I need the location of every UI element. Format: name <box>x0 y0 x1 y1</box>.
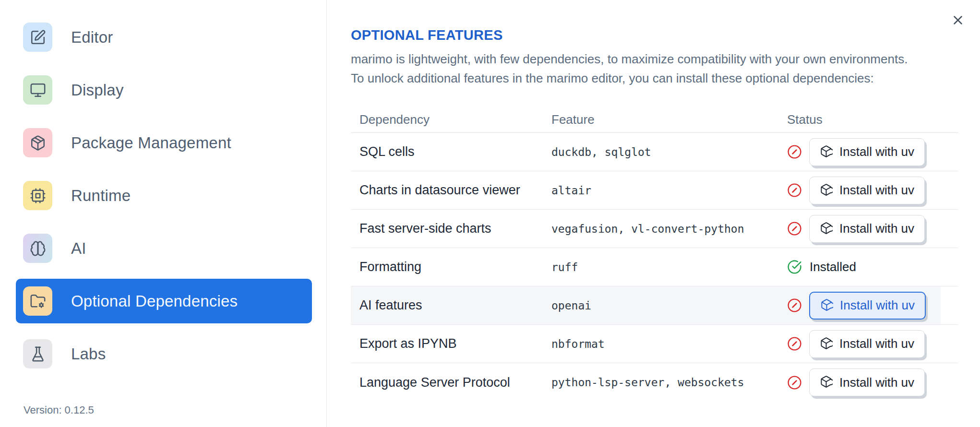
sidebar-item-label: Labs <box>71 345 106 363</box>
header-status: Status <box>787 112 958 127</box>
package-icon <box>23 128 52 157</box>
feature-cell: python-lsp-server, websockets <box>551 376 787 389</box>
dependency-cell: Fast server-side charts <box>359 221 551 236</box>
installed-icon <box>787 260 802 274</box>
package-box-icon <box>820 222 833 236</box>
sidebar-item-labs[interactable]: Labs <box>16 332 312 376</box>
not-installed-icon <box>787 375 802 390</box>
not-installed-icon <box>787 336 802 351</box>
install-with-uv-button[interactable]: Install with uv <box>809 177 925 204</box>
feature-cell: vegafusion, vl-convert-python <box>551 223 787 235</box>
sidebar-item-editor[interactable]: Editor <box>16 15 312 59</box>
description-line-1: marimo is lightweight, with few dependen… <box>351 49 908 69</box>
install-with-uv-button[interactable]: Install with uv <box>809 138 925 166</box>
dependency-cell: Language Server Protocol <box>359 375 551 390</box>
install-button-label: Install with uv <box>839 336 914 351</box>
not-installed-icon <box>787 144 802 159</box>
status-cell: Install with uv <box>787 138 958 166</box>
table-row: Formatting ruff Installed <box>351 248 958 286</box>
install-with-uv-button[interactable]: Install with uv <box>809 330 925 358</box>
table-row: AI features openai Install with uv <box>351 286 958 325</box>
package-box-icon <box>820 298 833 313</box>
sidebar-item-label: Display <box>71 81 124 99</box>
table-body: SQL cells duckdb, sqlglot Install with u… <box>351 133 958 402</box>
page-title: OPTIONAL FEATURES <box>351 27 503 43</box>
package-box-icon <box>820 337 833 351</box>
status-cell: Install with uv <box>787 368 958 396</box>
status-cell: Install with uv <box>787 292 958 320</box>
dependency-cell: Charts in datasource viewer <box>359 183 551 198</box>
dependency-cell: Export as IPYNB <box>359 336 551 351</box>
feature-cell: duckdb, sqlglot <box>551 146 787 158</box>
dependency-cell: Formatting <box>359 260 551 274</box>
status-cell: Install with uv <box>787 215 958 243</box>
not-installed-icon <box>787 298 802 313</box>
package-box-icon <box>820 183 833 198</box>
status-cell: Install with uv <box>787 177 958 204</box>
sidebar-item-label: AI <box>71 239 86 258</box>
cpu-icon <box>23 181 52 210</box>
feature-cell: nbformat <box>551 338 787 350</box>
close-button[interactable] <box>950 12 966 29</box>
sidebar-item-package-management[interactable]: Package Management <box>16 120 312 165</box>
install-with-uv-button[interactable]: Install with uv <box>809 368 925 396</box>
header-dependency: Dependency <box>359 112 551 127</box>
sidebar-item-ai[interactable]: AI <box>16 226 312 271</box>
brain-icon <box>23 234 52 263</box>
feature-cell: ruff <box>551 261 787 273</box>
table-header-row: Dependency Feature Status <box>351 107 958 133</box>
install-button-label: Install with uv <box>839 221 914 236</box>
not-installed-icon <box>787 183 802 198</box>
sidebar-item-label: Package Management <box>71 134 231 152</box>
table-row: SQL cells duckdb, sqlglot Install with u… <box>351 133 958 171</box>
table-row: Fast server-side charts vegafusion, vl-c… <box>351 210 958 248</box>
optional-features-panel: OPTIONAL FEATURES marimo is lightweight,… <box>327 0 980 427</box>
dependencies-table: Dependency Feature Status SQL cells duck… <box>351 107 958 402</box>
table-row: Export as IPYNB nbformat Install with uv <box>351 325 958 363</box>
feature-cell: altair <box>551 184 787 197</box>
sidebar-item-label: Editor <box>71 28 113 47</box>
sidebar-item-runtime[interactable]: Runtime <box>16 173 312 218</box>
square-pen-icon <box>23 23 52 52</box>
install-button-label: Install with uv <box>840 298 915 313</box>
dependency-cell: AI features <box>359 298 551 313</box>
table-row: Language Server Protocol python-lsp-serv… <box>351 363 958 402</box>
monitor-icon <box>23 75 52 105</box>
sidebar-item-label: Runtime <box>71 187 131 205</box>
install-button-label: Install with uv <box>839 183 914 198</box>
panel-description: marimo is lightweight, with few dependen… <box>351 49 908 88</box>
status-cell: Installed <box>787 260 958 274</box>
not-installed-icon <box>787 221 802 236</box>
table-row: Charts in datasource viewer altair Insta… <box>351 171 958 210</box>
install-button-label: Install with uv <box>839 375 914 390</box>
package-box-icon <box>820 375 833 390</box>
package-box-icon <box>820 145 833 159</box>
description-line-2: To unlock additional features in the mar… <box>351 69 908 88</box>
sidebar-nav: Editor Display Package Management Runtim… <box>0 0 326 376</box>
dependency-cell: SQL cells <box>359 144 551 159</box>
status-cell: Install with uv <box>787 330 958 358</box>
version-label: Version: 0.12.5 <box>24 404 94 416</box>
close-icon <box>951 13 965 29</box>
sidebar-item-label: Optional Dependencies <box>71 292 238 310</box>
header-feature: Feature <box>551 112 787 127</box>
install-button-label: Install with uv <box>839 144 914 159</box>
sidebar-item-optional-dependencies[interactable]: Optional Dependencies <box>16 279 312 323</box>
install-with-uv-button[interactable]: Install with uv <box>809 292 926 320</box>
sidebar-item-display[interactable]: Display <box>16 68 312 112</box>
feature-cell: openai <box>551 299 787 312</box>
install-with-uv-button[interactable]: Install with uv <box>809 215 925 243</box>
settings-sidebar: Editor Display Package Management Runtim… <box>0 0 327 427</box>
folder-cog-icon <box>23 286 52 316</box>
settings-dialog: Editor Display Package Management Runtim… <box>0 0 980 427</box>
installed-label: Installed <box>810 260 856 274</box>
flask-icon <box>23 339 52 368</box>
